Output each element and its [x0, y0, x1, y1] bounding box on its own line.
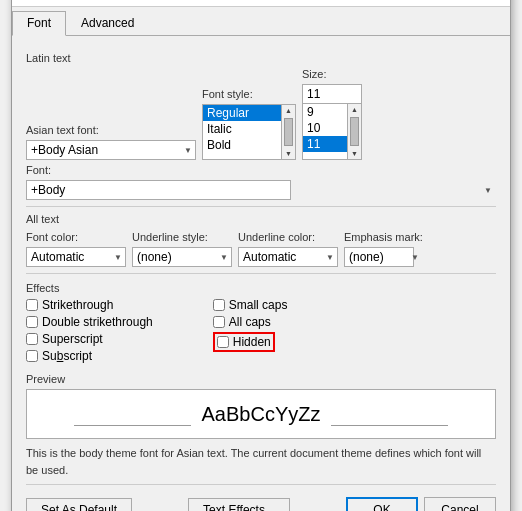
effects-section: Effects Strikethrough Double strikethrou…: [26, 282, 496, 363]
superscript-label: Superscript: [42, 332, 103, 346]
dialog-content: Latin text Asian text font: +Body Asian …: [12, 36, 510, 511]
font-block: Font: +Body: [26, 164, 496, 200]
font-style-listbox-container: Regular Italic Bold ▲ ▼: [202, 104, 296, 160]
size-scroll-up[interactable]: ▲: [348, 104, 361, 115]
preview-box: AaBbCcYyZz: [26, 389, 496, 439]
underline-style-select[interactable]: (none): [132, 247, 232, 267]
effects-col1: Strikethrough Double strikethrough Super…: [26, 298, 153, 363]
effects-col2: Small caps All caps Hidden: [213, 298, 288, 363]
effects-label: Effects: [26, 282, 496, 294]
size-input[interactable]: [302, 84, 362, 104]
small-caps-row[interactable]: Small caps: [213, 298, 288, 312]
asian-font-select[interactable]: +Body Asian: [26, 140, 196, 160]
size-block: Size: 9 10 11 ▲ ▼: [302, 68, 362, 160]
font-color-block: Font color: Automatic: [26, 231, 126, 267]
font-style-scrollbar[interactable]: ▲ ▼: [282, 104, 296, 160]
font-style-scroll-thumb[interactable]: [284, 118, 293, 146]
all-text-label: All text: [26, 213, 496, 225]
set-as-default-button[interactable]: Set As Default: [26, 498, 132, 511]
strikethrough-row[interactable]: Strikethrough: [26, 298, 153, 312]
font-style-item-italic[interactable]: Italic: [203, 121, 281, 137]
all-text-row: Font color: Automatic Underline style: (…: [26, 231, 496, 267]
font-dialog: Font ? ✕ Font Advanced Latin text Asian …: [11, 0, 511, 511]
underline-style-label: Underline style:: [132, 231, 232, 243]
size-list: 9 10 11: [303, 104, 347, 159]
subscript-label: Subscript: [42, 349, 92, 363]
font-style-block: Font style: Regular Italic Bold ▲ ▼: [202, 88, 296, 160]
strikethrough-checkbox[interactable]: [26, 299, 38, 311]
font-style-scroll-up[interactable]: ▲: [282, 105, 295, 116]
size-scroll-thumb[interactable]: [350, 117, 359, 146]
size-item-11[interactable]: 11: [303, 136, 347, 152]
effects-columns: Strikethrough Double strikethrough Super…: [26, 298, 496, 363]
hidden-checkbox[interactable]: [217, 336, 229, 348]
size-listbox[interactable]: 9 10 11 ▲ ▼: [302, 104, 362, 160]
divider2: [26, 273, 496, 274]
underline-color-block: Underline color: Automatic: [238, 231, 338, 267]
subscript-checkbox[interactable]: [26, 350, 38, 362]
subscript-b-underline: b: [57, 349, 64, 363]
underline-style-block: Underline style: (none): [132, 231, 232, 267]
emphasis-mark-select[interactable]: (none): [344, 247, 414, 267]
all-caps-row[interactable]: All caps: [213, 315, 288, 329]
asian-font-select-wrapper: +Body Asian: [26, 140, 196, 160]
strikethrough-label: Strikethrough: [42, 298, 113, 312]
divider1: [26, 206, 496, 207]
font-style-listbox[interactable]: Regular Italic Bold: [202, 104, 282, 160]
subscript-row[interactable]: Subscript: [26, 349, 153, 363]
font-label: Font:: [26, 164, 496, 176]
cancel-button[interactable]: Cancel: [424, 497, 496, 511]
font-row: Font: +Body: [26, 164, 496, 200]
size-scroll-down[interactable]: ▼: [348, 148, 361, 159]
underline-style-select-wrapper: (none): [132, 247, 232, 267]
text-effects-button[interactable]: Text Effects...: [188, 498, 290, 511]
preview-section: Preview AaBbCcYyZz: [26, 373, 496, 439]
size-item-9[interactable]: 9: [303, 104, 347, 120]
font-style-label: Font style:: [202, 88, 296, 100]
size-scrollbar[interactable]: ▲ ▼: [347, 104, 361, 159]
emphasis-mark-select-wrapper: (none): [344, 247, 423, 267]
all-caps-label: All caps: [229, 315, 271, 329]
superscript-checkbox[interactable]: [26, 333, 38, 345]
tab-font[interactable]: Font: [12, 11, 66, 36]
font-style-item-bold[interactable]: Bold: [203, 137, 281, 153]
hidden-label: Hidden: [233, 335, 271, 349]
asian-font-block: Asian text font: +Body Asian: [26, 124, 196, 160]
asian-font-label: Asian text font:: [26, 124, 196, 136]
hidden-row[interactable]: Hidden: [213, 332, 288, 352]
size-listbox-container: 9 10 11 ▲ ▼: [302, 84, 362, 160]
info-text: This is the body theme font for Asian te…: [26, 445, 496, 478]
underline-color-select-wrapper: Automatic: [238, 247, 338, 267]
preview-text: AaBbCcYyZz: [202, 403, 321, 426]
divider3: [26, 484, 496, 485]
superscript-row[interactable]: Superscript: [26, 332, 153, 346]
emphasis-mark-block: Emphasis mark: (none): [344, 231, 423, 267]
font-color-select-wrapper: Automatic: [26, 247, 126, 267]
tab-bar: Font Advanced: [12, 7, 510, 36]
ok-button[interactable]: OK: [346, 497, 418, 511]
tab-advanced[interactable]: Advanced: [66, 11, 149, 35]
small-caps-label: Small caps: [229, 298, 288, 312]
bottom-right-buttons: OK Cancel: [346, 497, 496, 511]
double-strikethrough-checkbox[interactable]: [26, 316, 38, 328]
font-style-scroll-down[interactable]: ▼: [282, 148, 295, 159]
preview-label: Preview: [26, 373, 496, 385]
double-strikethrough-row[interactable]: Double strikethrough: [26, 315, 153, 329]
title-bar: Font ? ✕: [12, 0, 510, 7]
underline-color-select[interactable]: Automatic: [238, 247, 338, 267]
double-strikethrough-label: Double strikethrough: [42, 315, 153, 329]
emphasis-mark-label: Emphasis mark:: [344, 231, 423, 243]
latin-text-row1: Asian text font: +Body Asian Font style:…: [26, 68, 496, 160]
hidden-highlight-box: Hidden: [213, 332, 275, 352]
size-label: Size:: [302, 68, 362, 80]
font-style-item-regular[interactable]: Regular: [203, 105, 281, 121]
size-item-10[interactable]: 10: [303, 120, 347, 136]
font-select[interactable]: +Body: [26, 180, 291, 200]
font-color-select[interactable]: Automatic: [26, 247, 126, 267]
all-caps-checkbox[interactable]: [213, 316, 225, 328]
font-select-wrapper: +Body: [26, 180, 496, 200]
small-caps-checkbox[interactable]: [213, 299, 225, 311]
font-color-label: Font color:: [26, 231, 126, 243]
bottom-buttons: Set As Default Text Effects... OK Cancel: [26, 497, 496, 511]
underline-color-label: Underline color:: [238, 231, 338, 243]
